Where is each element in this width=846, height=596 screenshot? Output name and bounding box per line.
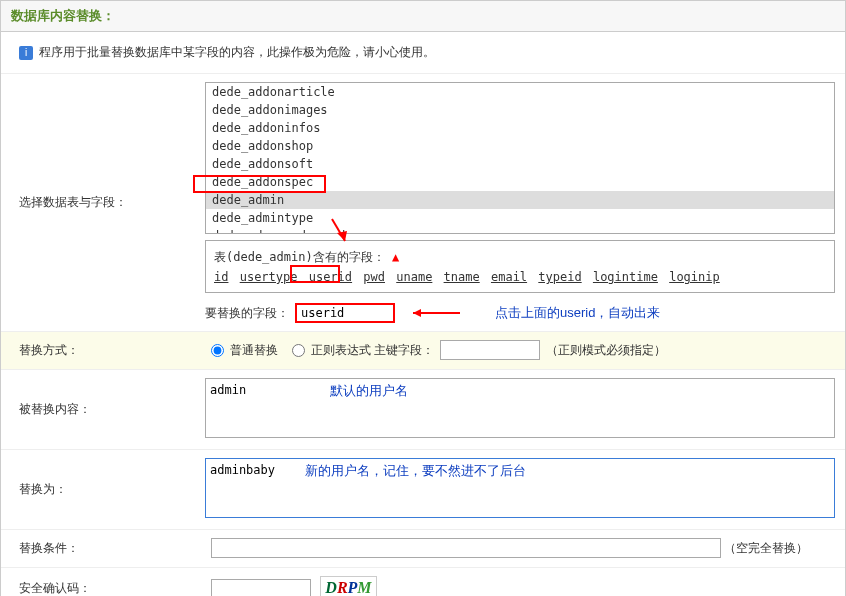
svg-marker-1: [337, 231, 347, 241]
listbox-item[interactable]: dede_addonspec: [206, 173, 834, 191]
radio-normal[interactable]: [211, 344, 224, 357]
page-header: 数据库内容替换：: [1, 1, 845, 32]
label-select-table: 选择数据表与字段：: [1, 74, 195, 331]
label-replace-method: 替换方式：: [1, 332, 201, 369]
info-icon: i: [19, 46, 33, 60]
regex-note: （正则模式必须指定）: [546, 342, 666, 359]
regex-key-input[interactable]: [440, 340, 540, 360]
listbox-item[interactable]: dede_addonshop: [206, 137, 834, 155]
label-replaced-content: 被替换内容：: [1, 370, 195, 449]
annotation-click-hint: 点击上面的userid，自动出来: [495, 304, 660, 322]
field-links: id usertype userid pwd uname tname email…: [214, 270, 826, 284]
field-link[interactable]: pwd: [363, 270, 385, 284]
from-textarea[interactable]: [205, 378, 835, 438]
radio-normal-label: 普通替换: [230, 342, 278, 359]
field-link[interactable]: usertype: [240, 270, 298, 284]
listbox-item[interactable]: dede_addoninfos: [206, 119, 834, 137]
info-row: i 程序用于批量替换数据库中某字段的内容，此操作极为危险，请小心使用。: [1, 32, 845, 73]
field-link[interactable]: userid: [309, 270, 352, 284]
listbox-item[interactable]: dede_addonarticle: [206, 83, 834, 101]
label-replace-to: 替换为：: [1, 450, 195, 529]
field-link[interactable]: tname: [444, 270, 480, 284]
field-link[interactable]: typeid: [538, 270, 581, 284]
field-link[interactable]: email: [491, 270, 527, 284]
captcha-image[interactable]: DRPM: [320, 576, 376, 596]
header-title: 数据库内容替换：: [11, 8, 115, 23]
radio-regex-label: 正则表达式 主键字段：: [311, 342, 434, 359]
condition-note: （空完全替换）: [724, 541, 808, 555]
fields-box: 表(dede_admin)含有的字段： ▲ id usertype userid…: [205, 240, 835, 293]
annotation-default-user: 默认的用户名: [330, 382, 408, 400]
condition-input[interactable]: [211, 538, 721, 558]
replace-field-input[interactable]: [295, 303, 395, 323]
arrow-left-annotation: [405, 303, 465, 323]
field-link[interactable]: logintime: [593, 270, 658, 284]
label-replace-field: 要替换的字段：: [205, 305, 289, 322]
radio-regex[interactable]: [292, 344, 305, 357]
arrow-down-annotation: [327, 217, 357, 247]
table-listbox[interactable]: dede_addonarticledede_addonimagesdede_ad…: [205, 82, 835, 234]
listbox-item[interactable]: dede_admintype: [206, 209, 834, 227]
listbox-item[interactable]: dede_addonsoft: [206, 155, 834, 173]
label-replace-condition: 替换条件：: [1, 530, 201, 567]
field-link[interactable]: uname: [396, 270, 432, 284]
field-link[interactable]: loginip: [669, 270, 720, 284]
label-safe-code: 安全确认码：: [1, 568, 201, 596]
field-link[interactable]: id: [214, 270, 228, 284]
fields-title: 表(dede_admin)含有的字段： ▲: [214, 249, 826, 266]
svg-marker-3: [413, 309, 421, 317]
listbox-item[interactable]: dede_admin: [206, 191, 834, 209]
listbox-item[interactable]: dede_addonimages: [206, 101, 834, 119]
listbox-item[interactable]: dede_advancedsearch: [206, 227, 834, 234]
info-text: 程序用于批量替换数据库中某字段的内容，此操作极为危险，请小心使用。: [39, 44, 435, 61]
captcha-input[interactable]: [211, 579, 311, 596]
annotation-new-user: 新的用户名，记住，要不然进不了后台: [305, 462, 526, 480]
